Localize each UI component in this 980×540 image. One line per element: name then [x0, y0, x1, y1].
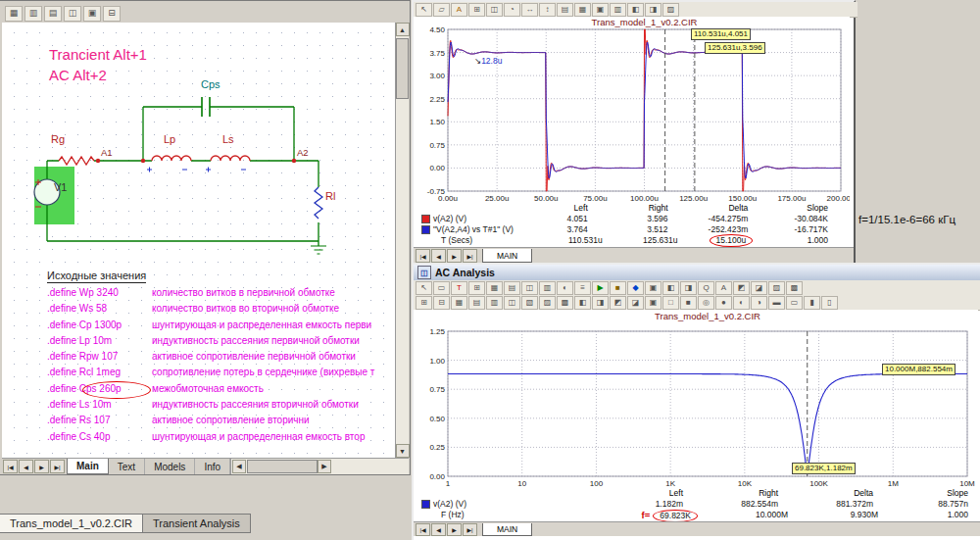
linear-scale-icon[interactable]: ◧ [574, 296, 591, 310]
list-icon[interactable]: ≡ [574, 281, 591, 295]
stop-icon[interactable]: ■ [610, 281, 626, 295]
horizontal-scrollbar[interactable]: ◀ ▶ [230, 459, 409, 474]
state-icon[interactable]: ▩ [786, 281, 803, 295]
watch-icon[interactable]: ▨ [768, 281, 785, 295]
nav-button[interactable]: ◀ [431, 249, 446, 263]
data-points-icon[interactable]: ▦ [574, 3, 591, 17]
schematic-tab-text[interactable]: Text [109, 459, 145, 474]
nav-button[interactable]: ▶| [50, 460, 65, 473]
resistor-rl[interactable] [315, 187, 322, 219]
nav-button[interactable]: ▶ [34, 460, 49, 473]
nav-button[interactable]: |◀ [3, 460, 18, 473]
normalize-icon[interactable]: ▯ [821, 296, 838, 310]
transient-main-tab[interactable]: MAIN [482, 249, 532, 263]
tile-windows-icon[interactable]: ◫ [64, 6, 81, 22]
power-icon[interactable]: ◨ [680, 281, 697, 295]
polar-icon[interactable]: ▣ [645, 296, 662, 310]
properties-icon[interactable]: ▤ [557, 3, 573, 17]
rectangular-icon[interactable]: □ [662, 296, 679, 310]
measure-icon[interactable]: ▮ [804, 296, 820, 310]
scrollbar-thumb[interactable] [396, 38, 409, 99]
cascade-icon[interactable]: ▦ [451, 296, 467, 310]
ac-title-bar[interactable]: ◫ AC Analysis [414, 265, 980, 281]
scroll-down-icon[interactable]: ▼ [396, 444, 410, 458]
border-select-icon[interactable]: ▣ [83, 6, 101, 22]
nav-button[interactable]: ◀ [431, 523, 446, 536]
plus-tag-icon[interactable]: ◧ [627, 3, 644, 17]
rotate-icon[interactable]: ▥ [539, 281, 556, 295]
red-components[interactable] [59, 156, 250, 165]
grid-icon[interactable]: ▦ [486, 281, 503, 295]
tile-vertical-icon[interactable]: ⊟ [433, 296, 450, 310]
run-icon[interactable]: ▶ [592, 281, 609, 295]
go-to-x-icon[interactable]: ◑ [751, 296, 767, 310]
ruler-icon[interactable]: ▥ [610, 3, 626, 17]
graphics-mode-icon[interactable]: ▱ [433, 3, 450, 17]
optimize-icon[interactable]: ◪ [751, 281, 767, 295]
go-to-x-icon[interactable]: ◨ [645, 3, 662, 17]
select-mode-icon[interactable]: ↖ [416, 3, 432, 17]
text-mode-icon[interactable]: A [451, 3, 467, 17]
tokens-icon[interactable]: ▣ [592, 3, 609, 17]
scroll-left-icon[interactable]: ◀ [232, 460, 246, 473]
stepping-icon[interactable]: ◩ [733, 281, 750, 295]
schematic-tab-models[interactable]: Models [145, 459, 195, 474]
ruler-icon[interactable]: ◪ [627, 296, 644, 310]
cursor-mode-icon[interactable]: ◫ [486, 3, 503, 17]
ac-main-tab[interactable]: MAIN [482, 523, 532, 536]
scroll-up-icon[interactable]: ▲ [396, 23, 410, 36]
analysis-limits-icon[interactable]: A [715, 281, 732, 295]
text-tag-icon[interactable]: ▭ [786, 296, 803, 310]
current-icon[interactable]: ◧ [662, 281, 679, 295]
transient-plot[interactable]: 110.531u,4.051 125.631u,3.596 ↘12.8u 0.0… [414, 17, 850, 203]
mirror-icon[interactable]: ◐ [557, 281, 573, 295]
columns-icon[interactable]: ▥ [24, 6, 42, 22]
zoom-icon[interactable]: ⊞ [468, 281, 485, 295]
grid-lines-icon[interactable]: ▨ [539, 296, 556, 310]
component-mode-icon[interactable]: ▭ [433, 281, 450, 295]
point-tag-icon[interactable]: ◔ [504, 3, 520, 17]
tile-horizontal-icon[interactable]: ⊞ [416, 296, 432, 310]
text-mode-icon[interactable]: T [451, 281, 467, 295]
axes-icon[interactable]: ▧ [521, 296, 538, 310]
tag-icon[interactable]: ▬ [768, 296, 785, 310]
grid-icon[interactable]: ▦ [5, 6, 23, 22]
quit-icon[interactable]: Q [698, 281, 714, 295]
scale-mode-icon[interactable]: ⊞ [468, 3, 485, 17]
schematic-tab-main[interactable]: Main [67, 459, 109, 474]
nav-button[interactable]: ▶ [447, 523, 462, 536]
node-numbers-icon[interactable]: ◆ [627, 281, 644, 295]
nav-button[interactable]: ◀ [19, 460, 33, 473]
fft-icon[interactable]: ◎ [698, 296, 714, 310]
nav-button[interactable]: ▶| [463, 249, 477, 263]
data-points-icon[interactable]: ◩ [610, 296, 626, 310]
select-mode-icon[interactable]: ↖ [416, 281, 432, 295]
node-voltages-icon[interactable]: ▣ [645, 281, 662, 295]
smith-icon[interactable]: ■ [680, 296, 697, 310]
schematic-tab-info[interactable]: Info [195, 459, 230, 474]
rows-icon[interactable]: ▤ [44, 6, 62, 22]
vertical-scrollbar[interactable]: ▲ ▼ [395, 23, 409, 458]
nav-button[interactable]: |◀ [416, 523, 430, 536]
document-tab[interactable]: Trans_model_1_v0.2.CIR [0, 514, 143, 533]
nav-button[interactable]: ▶ [447, 249, 462, 263]
ac-plot[interactable]: 10.000M,882.554m 69.823K,1.182m 1101001K… [414, 310, 978, 488]
scroll-right-icon[interactable]: ▶ [318, 460, 331, 473]
split-icon[interactable]: ◫ [504, 296, 520, 310]
nav-button[interactable]: |◀ [416, 249, 430, 263]
scrollbar-thumb[interactable] [247, 460, 318, 473]
thumbnail-icon[interactable]: ▥ [486, 296, 503, 310]
overlap-icon[interactable]: ▤ [468, 296, 485, 310]
schematic-canvas[interactable]: Trancient Alt+1 AC Alt+2 [2, 23, 396, 458]
cleanup-icon[interactable]: ▨ [662, 3, 679, 17]
horizontal-tag-icon[interactable]: ↔ [521, 3, 538, 17]
split-icon[interactable]: ⊟ [103, 6, 121, 22]
minor-grid-icon[interactable]: ▩ [557, 296, 573, 310]
go-to-y-icon[interactable]: ◐ [733, 296, 750, 310]
nav-button[interactable]: ▶| [463, 523, 477, 536]
vertical-tag-icon[interactable]: ↕ [539, 3, 556, 17]
info-icon[interactable]: ▤ [504, 281, 520, 295]
flip-icon[interactable]: ◫ [521, 281, 538, 295]
log-scale-icon[interactable]: ◨ [592, 296, 609, 310]
document-tab[interactable]: Transient Analysis [143, 514, 251, 533]
